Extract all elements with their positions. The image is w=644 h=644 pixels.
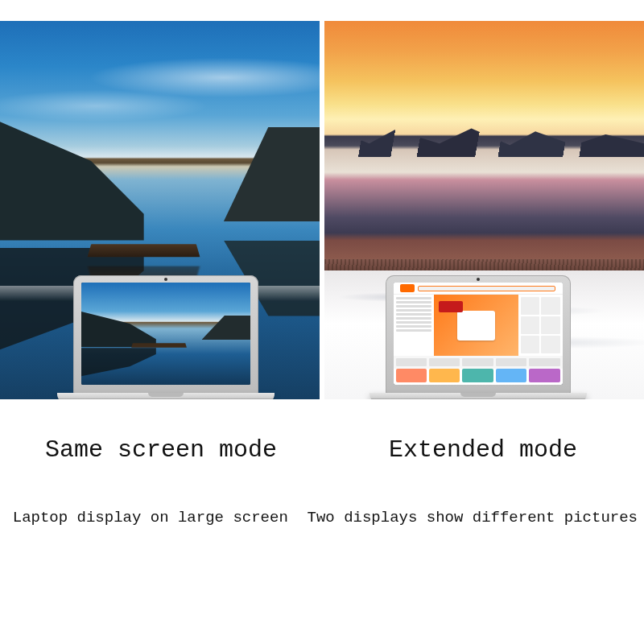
mini-website — [394, 283, 563, 385]
mini-jetty — [132, 343, 188, 347]
mini-site-hero-banner — [434, 295, 518, 356]
laptop-screen — [81, 283, 250, 385]
desc-same-screen: Laptop display on large screen — [0, 509, 301, 526]
panel-same-screen — [0, 21, 320, 399]
laptop-left — [73, 275, 258, 399]
mini-site-topbar — [394, 283, 563, 295]
desc-extended: Two displays show different pictures — [301, 509, 644, 526]
laptop-lid — [386, 275, 571, 394]
title-extended: Extended mode — [322, 436, 644, 464]
mini-site-sidebar — [394, 295, 434, 356]
comparison-graphic: Same screen mode Extended mode Laptop di… — [0, 0, 644, 644]
laptop-base — [57, 393, 275, 399]
laptop-camera-icon — [477, 278, 480, 281]
mini-site-hero-card — [457, 311, 494, 341]
laptop-lid — [73, 275, 258, 394]
marsh-grass — [324, 259, 644, 270]
title-same-screen: Same screen mode — [0, 436, 322, 464]
mini-site-cards — [394, 369, 563, 385]
panel-extended — [324, 21, 644, 399]
mini-site-searchbar — [418, 286, 555, 291]
mini-site-strip — [394, 356, 563, 368]
laptop-screen — [394, 283, 563, 385]
laptop-trackpad-notch — [460, 393, 496, 397]
laptop-trackpad-notch — [148, 393, 184, 397]
laptop-camera-icon — [164, 278, 167, 281]
laptop-right — [386, 275, 571, 399]
mini-site-body — [394, 295, 563, 356]
laptop-base — [369, 393, 587, 399]
descriptions-row: Laptop display on large screen Two displ… — [0, 509, 644, 526]
mini-site-right-grid — [518, 295, 563, 356]
mini-site-logo-icon — [400, 284, 415, 292]
lake-jetty — [88, 244, 200, 257]
image-row — [0, 21, 644, 399]
titles-row: Same screen mode Extended mode — [0, 436, 644, 464]
